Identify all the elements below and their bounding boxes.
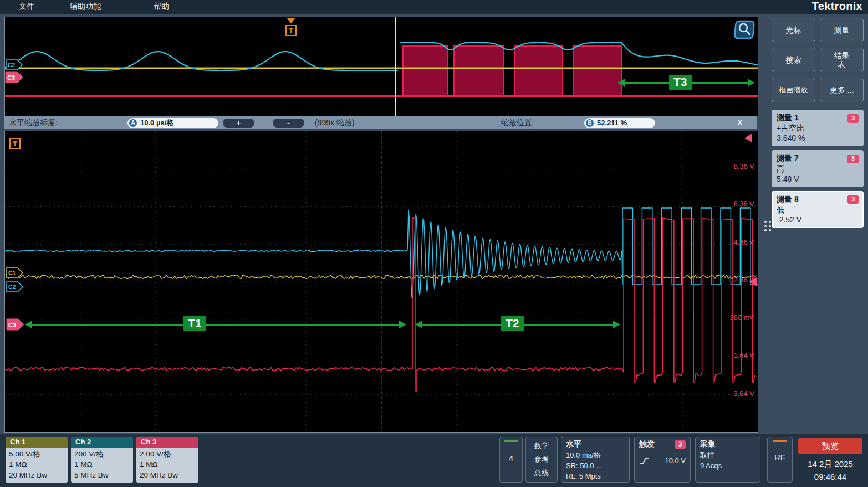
- zoom-scale-knob[interactable]: A 10.0 µs/格: [127, 118, 218, 128]
- time-text: 09:46:44: [798, 471, 862, 484]
- ch4-color-dash: [504, 440, 518, 442]
- ch2-scale: 200 V/格: [74, 449, 130, 459]
- zoom-in-button[interactable]: +: [223, 119, 254, 128]
- dot: [764, 221, 767, 223]
- zoom-position-knob[interactable]: B 52.211 %: [584, 118, 655, 128]
- measurement-card-7[interactable]: 测量 7 3 高 5.48 V: [772, 150, 864, 187]
- measurement-title: 测量 7: [777, 154, 799, 164]
- t1-arrow: [25, 321, 406, 328]
- waveform-overview-panel[interactable]: T C2 C3 T3: [4, 17, 758, 116]
- horizontal-panel[interactable]: 水平 10.0 ms/格 SR: 50.0 ... RL: 5 Mpts: [561, 437, 630, 483]
- zoom-out-button[interactable]: -: [273, 119, 304, 128]
- zoom-position-value: 52.211 %: [597, 119, 627, 127]
- ch1-position-marker[interactable]: C1: [6, 267, 24, 278]
- c2-position-marker[interactable]: C2: [6, 59, 23, 70]
- measurement-value: -2.52 V: [777, 215, 859, 225]
- measurement-title: 测量 1: [777, 113, 799, 123]
- overview-waveforms: [5, 17, 758, 116]
- measurement-list: 测量 1 3 +占空比 3.640 % 测量 7 3 高 5.48 V 测量 8…: [772, 110, 864, 228]
- measure-button[interactable]: 测量: [820, 18, 864, 42]
- search-label: 搜索: [786, 55, 801, 64]
- trigger-letter: T: [13, 140, 17, 148]
- panel-drag-handle[interactable]: [764, 221, 771, 231]
- ch1-impedance: 1 MΩ: [9, 459, 64, 470]
- zoom-overview-button[interactable]: [733, 19, 757, 40]
- measure-label: 测量: [834, 26, 850, 34]
- c3-marker-label: C3: [7, 74, 15, 81]
- ch3-scale: 2.00 V/格: [140, 449, 195, 459]
- t2-arrowhead-right: [613, 321, 620, 328]
- c3-position-marker[interactable]: C3: [5, 71, 24, 83]
- menu-item-utility[interactable]: 辅助功能: [70, 2, 101, 12]
- math-label: 数学: [534, 441, 549, 451]
- more-button[interactable]: 更多 ...: [820, 78, 864, 102]
- t2-label: T2: [501, 316, 524, 331]
- t3-arrowhead-right: [748, 79, 755, 87]
- c1-marker-label: C1: [8, 270, 16, 276]
- ch2-position-marker[interactable]: C2: [6, 281, 24, 292]
- channel-badge-ch1[interactable]: Ch 1 5.00 V/格 1 MΩ 20 MHz Bw: [6, 437, 68, 483]
- right-sidebar: 光标 测量 搜索 结果表 框画缩放 更多 ... 测量 1 3 +占空比 3.6…: [772, 18, 864, 228]
- source-badge: 3: [847, 195, 859, 204]
- zoom-close-button[interactable]: X: [737, 118, 742, 127]
- measurement-value: 3.640 %: [777, 133, 859, 143]
- search-button[interactable]: 搜索: [772, 48, 815, 72]
- dot: [769, 225, 771, 227]
- waveform-display[interactable]: 8.36 V 6.36 V 4.36 V 2.36 V 360 mV -1.64…: [4, 131, 758, 433]
- rising-edge-icon: [639, 456, 650, 465]
- channel-badge-ch4[interactable]: 4: [499, 437, 523, 483]
- zoom-position-label: 缩放位置:: [501, 118, 534, 128]
- cursors-button[interactable]: 光标: [772, 18, 815, 42]
- knob-b-icon: B: [586, 119, 594, 127]
- t3-label: T3: [669, 75, 692, 90]
- zoom-scale-value: 10.0 µs/格: [140, 118, 173, 128]
- measurement-name: +占空比: [777, 123, 859, 133]
- c3-marker-label: C3: [8, 322, 16, 328]
- ch3-impedance: 1 MΩ: [140, 459, 195, 470]
- trigger-level-marker-icon[interactable]: [749, 277, 757, 286]
- ch1-name: Ch 1: [6, 437, 68, 448]
- trigger-position-icon[interactable]: [287, 18, 295, 23]
- measurement-card-1[interactable]: 测量 1 3 +占空比 3.640 %: [772, 110, 864, 146]
- measurement-title: 测量 8: [777, 195, 799, 205]
- trigger-letter: T: [289, 27, 293, 35]
- results-table-button[interactable]: 结果表: [820, 48, 864, 72]
- ch2-bandwidth: 5 MHz Bw: [74, 470, 130, 480]
- oscilloscope-screen: 文件 辅助功能 帮助 Tektronix T C2 C3 T3: [0, 0, 868, 487]
- channel-badge-ch3[interactable]: Ch 3 2.00 V/格 1 MΩ 20 MHz Bw: [136, 437, 198, 483]
- dot: [764, 225, 767, 227]
- measurement-name: 低: [777, 205, 859, 215]
- menu-item-help[interactable]: 帮助: [154, 2, 169, 12]
- dot: [769, 229, 771, 231]
- rf-badge[interactable]: RF: [767, 437, 793, 483]
- datetime-display: 14 2月 2025 09:46:44: [798, 458, 862, 483]
- horizontal-title: 水平: [566, 439, 625, 449]
- measurement-card-8[interactable]: 测量 8 3 低 -2.52 V: [772, 191, 864, 228]
- acquisition-mode: 取样: [700, 450, 755, 461]
- ch3-position-marker[interactable]: C3: [6, 318, 25, 331]
- trigger-panel[interactable]: 触发 3 10.0 V: [634, 437, 691, 483]
- horizontal-scale: 10.0 ms/格: [566, 450, 625, 461]
- zoom-window-divider[interactable]: [395, 17, 396, 116]
- channel-badge-ch2[interactable]: Ch 2 200 V/格 1 MΩ 5 MHz Bw: [71, 437, 133, 483]
- box-zoom-label: 框画缩放: [779, 86, 808, 94]
- source-badge: 3: [847, 155, 859, 163]
- zoom-window-divider-edge: [400, 17, 400, 116]
- ch2-impedance: 1 MΩ: [74, 459, 130, 470]
- zoom-scale-label: 水平缩放标度:: [9, 118, 58, 128]
- preview-button[interactable]: 预览: [798, 438, 862, 454]
- measurement-name: 高: [777, 164, 859, 174]
- sample-rate: SR: 50.0 ...: [566, 461, 625, 471]
- menu-item-file[interactable]: 文件: [19, 2, 34, 12]
- ch4-label: 4: [500, 454, 522, 463]
- trigger-marker-box[interactable]: T: [285, 25, 297, 36]
- menu-bar: 文件 辅助功能 帮助 Tektronix: [0, 0, 868, 14]
- dot: [769, 221, 771, 223]
- acquisition-panel[interactable]: 采集 取样 9 Acqs: [695, 437, 760, 483]
- knob-a-icon: A: [129, 119, 137, 127]
- zoom-edge-marker-icon: [744, 134, 752, 143]
- box-zoom-button[interactable]: 框画缩放: [772, 78, 815, 102]
- ref-label: 参考: [534, 455, 549, 465]
- trigger-indicator[interactable]: T: [9, 138, 21, 149]
- math-ref-bus-button[interactable]: 数学 参考 总线: [525, 437, 558, 483]
